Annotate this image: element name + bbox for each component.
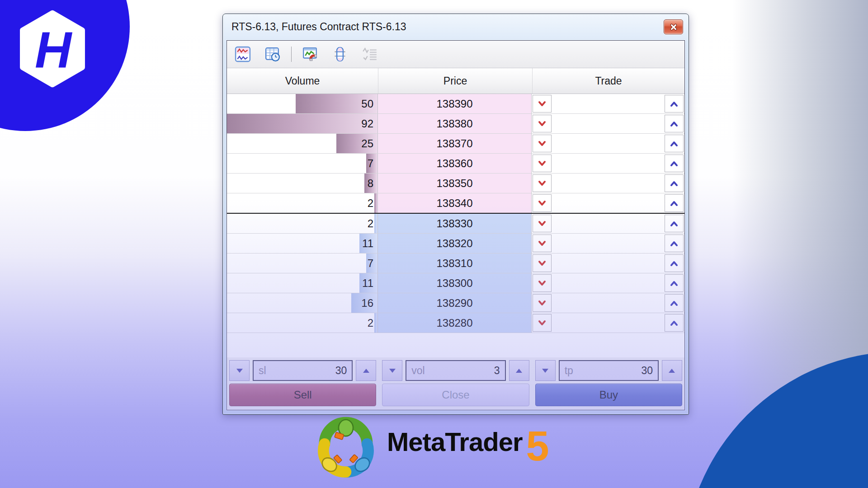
volume-cell: 2 — [227, 214, 378, 233]
price-cell[interactable]: 138280 — [378, 313, 532, 333]
price-cell[interactable]: 138290 — [378, 293, 532, 313]
price-cell[interactable]: 138370 — [378, 134, 532, 153]
sell-at-price-button[interactable] — [533, 235, 552, 252]
chevron-down-icon — [538, 220, 547, 227]
volume-bar — [374, 193, 377, 213]
volume-value: 92 — [361, 117, 373, 130]
desktop-background: { "window": { "title": "RTS-6.13, Future… — [0, 0, 868, 488]
sell-at-price-button[interactable] — [533, 194, 552, 212]
chart-magnet-icon — [302, 46, 318, 62]
trade-cell — [532, 154, 684, 173]
buy-at-price-button[interactable] — [665, 235, 684, 252]
buy-at-price-button[interactable] — [665, 115, 684, 132]
buy-at-price-button[interactable] — [665, 155, 684, 172]
sell-at-price-button[interactable] — [533, 95, 552, 113]
chevron-down-icon — [538, 240, 547, 247]
dom-row: 2 138330 — [227, 213, 684, 234]
chevron-down-icon — [538, 100, 547, 108]
price-cell[interactable]: 138330 — [378, 214, 532, 233]
dom-chart-icon — [235, 46, 251, 62]
buy-at-price-button[interactable] — [665, 95, 684, 113]
sell-at-price-button[interactable] — [533, 215, 552, 232]
sell-at-price-button[interactable] — [533, 314, 552, 332]
dom-row: 2 138340 — [227, 193, 684, 213]
price-cell[interactable]: 138360 — [378, 154, 532, 173]
sell-at-price-button[interactable] — [533, 115, 552, 132]
sell-at-price-button[interactable] — [533, 274, 552, 292]
window-titlebar[interactable]: RTS-6.13, Futures Contract RTS-6.13 — [223, 14, 689, 40]
buy-button[interactable]: Buy — [535, 384, 682, 406]
depth-of-market-window: RTS-6.13, Futures Contract RTS-6.13 — [222, 14, 689, 415]
vol-increment-button[interactable] — [509, 360, 529, 381]
trade-cell — [532, 193, 684, 213]
column-header-price[interactable]: Price — [378, 68, 533, 94]
sell-button[interactable]: Sell — [229, 384, 376, 406]
price-cell[interactable]: 138380 — [378, 114, 532, 133]
volume-spinner: vol 3 — [382, 360, 529, 381]
chevron-up-icon — [670, 260, 679, 267]
volume-cell: 16 — [227, 293, 378, 313]
volume-value: 50 — [361, 98, 373, 110]
volume-value: 2 — [368, 317, 373, 329]
dom-row: 8 138350 — [227, 174, 684, 193]
chevron-down-icon — [538, 280, 547, 287]
logo-letter: H — [35, 21, 73, 78]
buy-at-price-button[interactable] — [665, 274, 684, 292]
column-header-trade[interactable]: Trade — [533, 68, 684, 94]
tp-increment-button[interactable] — [662, 360, 682, 381]
triangle-up-icon — [669, 369, 675, 373]
volume-cell: 2 — [227, 313, 378, 333]
sl-input[interactable]: sl 30 — [253, 360, 353, 381]
close-position-button[interactable]: Close — [382, 384, 529, 406]
buy-at-price-button[interactable] — [665, 194, 684, 212]
volume-bar — [374, 214, 377, 233]
sl-decrement-button[interactable] — [229, 360, 250, 381]
price-cell[interactable]: 138390 — [378, 94, 532, 113]
trade-cell — [532, 293, 684, 313]
tp-input[interactable]: tp 30 — [559, 360, 659, 381]
sell-at-price-button[interactable] — [533, 174, 552, 192]
toolbar-separator — [291, 47, 292, 62]
chevron-down-icon — [538, 300, 547, 307]
close-button[interactable] — [664, 19, 683, 34]
tp-decrement-button[interactable] — [535, 360, 556, 381]
time-and-sales-icon — [264, 46, 281, 62]
metatrader-wordmark: MetaTrader 5 — [387, 427, 549, 459]
dom-row: 7 138360 — [227, 154, 684, 174]
sl-label: sl — [259, 365, 266, 377]
dom-ladder-button[interactable] — [331, 46, 349, 63]
vol-value: 3 — [494, 365, 500, 377]
column-header-volume[interactable]: Volume — [227, 68, 378, 94]
vol-decrement-button[interactable] — [382, 360, 402, 381]
sl-increment-button[interactable] — [356, 360, 376, 381]
trade-cell — [532, 114, 684, 133]
time-and-sales-button[interactable] — [264, 46, 281, 63]
sell-at-price-button[interactable] — [533, 294, 552, 312]
volume-cell: 25 — [227, 134, 378, 153]
buy-at-price-button[interactable] — [665, 215, 684, 232]
vol-input[interactable]: vol 3 — [406, 360, 505, 381]
chevron-up-icon — [670, 140, 679, 147]
vol-label: vol — [411, 365, 425, 377]
chart-magnet-button[interactable] — [302, 46, 319, 63]
chevron-up-icon — [670, 319, 679, 327]
dom-row: 7 138310 — [227, 253, 684, 273]
buy-at-price-button[interactable] — [665, 254, 684, 272]
trade-cell — [532, 174, 684, 193]
buy-at-price-button[interactable] — [665, 174, 684, 192]
buy-at-price-button[interactable] — [665, 294, 684, 312]
price-cell[interactable]: 138310 — [378, 253, 532, 273]
price-cell[interactable]: 138320 — [378, 234, 532, 253]
sell-at-price-button[interactable] — [533, 135, 552, 152]
sell-at-price-button[interactable] — [533, 254, 552, 272]
orders-list-button[interactable] — [361, 46, 378, 63]
buy-at-price-button[interactable] — [665, 135, 684, 152]
buy-at-price-button[interactable] — [665, 314, 684, 332]
price-cell[interactable]: 138300 — [378, 273, 532, 293]
sell-at-price-button[interactable] — [533, 155, 552, 172]
chevron-up-icon — [670, 200, 679, 207]
chevron-down-icon — [538, 260, 547, 267]
dom-price-chart-toggle-button[interactable] — [234, 46, 251, 63]
price-cell[interactable]: 138340 — [378, 193, 532, 213]
price-cell[interactable]: 138350 — [378, 174, 532, 193]
